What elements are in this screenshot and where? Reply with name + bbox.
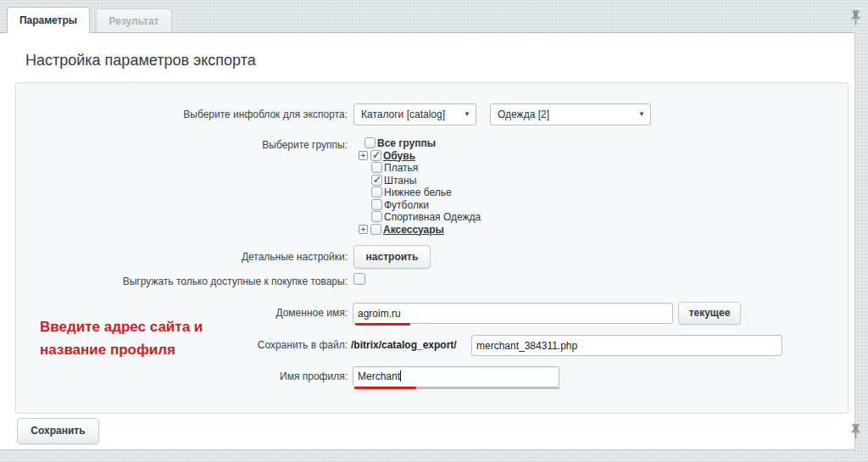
group-label[interactable]: Спортивная Одежда: [384, 211, 481, 223]
group-checkbox[interactable]: [371, 162, 382, 173]
group-checkbox[interactable]: [371, 211, 382, 222]
profile-name-value: Merchant: [358, 370, 400, 382]
catalog-select[interactable]: Каталоги [catalog]: [353, 103, 476, 125]
annotation-line-2: название профиля: [40, 338, 260, 361]
tree-item-shoes: Обувь: [359, 150, 481, 163]
infoblock-label: Выберите инфоблок для экспорта:: [16, 109, 348, 121]
tree-item-pants: Штаны: [359, 175, 481, 187]
group-label[interactable]: Футболки: [384, 199, 429, 211]
profile-name-input[interactable]: Merchant: [353, 366, 559, 387]
current-domain-button[interactable]: текущее: [678, 302, 741, 325]
tree-item-underwear: Нижнее белье: [359, 186, 481, 199]
profile-red-underline-annotation: [354, 387, 416, 389]
available-only-checkbox[interactable]: [353, 273, 365, 285]
profile-label: Имя профиля:: [16, 370, 348, 383]
groups-label: Выберите группы:: [16, 139, 348, 152]
available-only-label: Выгружать только доступные к покупке тов…: [16, 276, 348, 288]
text-caret: [400, 370, 401, 381]
configure-button[interactable]: настроить: [353, 245, 431, 269]
group-label[interactable]: Все группы: [377, 137, 436, 149]
expand-icon[interactable]: [359, 151, 368, 160]
tree-item-all-groups: Все группы: [359, 137, 481, 150]
content-card: Настройка параметров экспорта Выберите и…: [0, 32, 855, 450]
iblock-select-value: Одежда [2]: [498, 109, 549, 120]
groups-tree: Все группы Обувь Платья Штаны Нижнее бел: [359, 137, 481, 236]
group-checkbox[interactable]: [370, 150, 381, 161]
page-title: Настройка параметров экспорта: [25, 52, 256, 70]
catalog-select-value: Каталоги [catalog]: [361, 109, 445, 120]
group-checkbox[interactable]: [364, 137, 376, 148]
tab-parameters[interactable]: Параметры: [7, 7, 90, 33]
tree-item-accessories: Аксессуары: [359, 224, 481, 237]
save-button[interactable]: Сохранить: [17, 418, 99, 444]
tree-item-tshirts: Футболки: [359, 199, 481, 212]
expand-icon[interactable]: [359, 225, 368, 234]
group-label[interactable]: Платья: [384, 162, 418, 174]
domain-red-underline-annotation: [355, 323, 410, 326]
file-name-input[interactable]: [471, 335, 782, 356]
file-path-prefix: /bitrix/catalog_export/: [351, 339, 457, 351]
group-checkbox[interactable]: [371, 199, 382, 210]
pin-icon[interactable]: [849, 9, 862, 26]
pin-icon[interactable]: [849, 423, 862, 440]
iblock-select[interactable]: Одежда [2]: [490, 103, 651, 125]
domain-input[interactable]: [353, 303, 673, 324]
group-label[interactable]: Штаны: [384, 175, 416, 186]
group-label[interactable]: Нижнее белье: [384, 186, 452, 198]
annotation-line-1: Введите адрес сайта и: [40, 315, 260, 338]
group-label[interactable]: Аксессуары: [383, 224, 444, 236]
details-label: Детальные настройки:: [16, 251, 348, 264]
export-settings-panel: Выберите инфоблок для экспорта: Каталоги…: [15, 82, 849, 414]
group-checkbox[interactable]: [371, 175, 382, 186]
group-checkbox[interactable]: [370, 224, 381, 235]
tab-result[interactable]: Результат: [96, 8, 172, 33]
tree-item-sportswear: Спортивная Одежда: [359, 211, 481, 224]
profile-gray-underline: [416, 387, 560, 389]
tree-item-dresses: Платья: [359, 162, 481, 175]
annotation-text: Введите адрес сайта и название профиля: [40, 315, 260, 361]
group-checkbox[interactable]: [371, 186, 382, 198]
group-label[interactable]: Обувь: [383, 150, 415, 162]
